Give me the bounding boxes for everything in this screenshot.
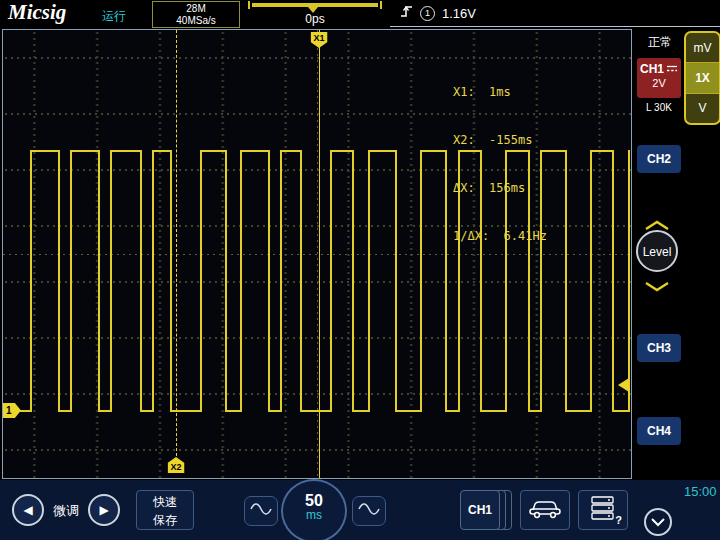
timebase-button[interactable]: 50 ms [281, 479, 347, 540]
channel-select-button[interactable]: CH1 [460, 490, 514, 530]
rising-edge-icon [400, 4, 413, 22]
cursor-readout: X1: 1ms X2: -155ms ΔX: 156ms 1/ΔX: 6.41H… [453, 52, 547, 276]
memory-depth: 28M [186, 3, 205, 15]
expand-menu-button[interactable] [644, 508, 672, 536]
server-stack-icon [590, 495, 616, 525]
right-arrow-icon: ▶ [99, 503, 108, 517]
timebase-unit: ms [283, 509, 345, 522]
level-button[interactable]: Level [636, 230, 678, 272]
oscilloscope-screen: Micsig 运行 28M 40MSa/s 0ps 1 1.16V [0, 0, 720, 540]
level-down-chevron-icon[interactable] [644, 278, 670, 296]
right-sidebar: 正常 CH1 2V L 30K mV 1X V CH2 [634, 28, 720, 480]
question-mark-icon: ? [615, 514, 622, 526]
probe-scale-panel: mV 1X V [684, 31, 720, 125]
ch4-button[interactable]: CH4 [637, 417, 681, 445]
readout-inverse-delta-x: 1/ΔX: 6.41Hz [453, 228, 547, 244]
ch2-button[interactable]: CH2 [637, 145, 681, 173]
quick-save-button[interactable]: 快速 保存 [136, 490, 194, 530]
readout-x1: X1: 1ms [453, 84, 547, 100]
chevron-down-icon [650, 513, 666, 531]
top-bar: Micsig 运行 28M 40MSa/s 0ps 1 1.16V [0, 0, 720, 28]
next-button[interactable]: ▶ [88, 494, 120, 526]
ch3-button[interactable]: CH3 [637, 334, 681, 362]
trigger-level-value: 1.16V [442, 6, 476, 21]
dc-coupling-icon [666, 62, 678, 76]
auto-diagnosis-button[interactable] [520, 490, 570, 530]
trigger-level-arrow-icon[interactable] [617, 378, 630, 396]
micsig-logo: Micsig [8, 0, 66, 25]
car-icon [527, 497, 563, 523]
ch1-bandwidth-label: L 30K [637, 102, 681, 113]
readout-delta-x: ΔX: 156ms [453, 180, 547, 196]
sample-rate: 40MSa/s [176, 15, 215, 27]
storage-menu-button[interactable]: ? [578, 490, 628, 530]
readout-x2: X2: -155ms [453, 132, 547, 148]
sample-rate-box: 28M 40MSa/s [152, 1, 240, 28]
ch1-scale-value: 2V [637, 77, 681, 89]
ch1-button[interactable]: CH1 2V [637, 58, 681, 98]
clock-display: 15:00 [684, 484, 717, 499]
left-arrow-icon: ◀ [23, 503, 32, 517]
ch1-button-label: CH1 [640, 62, 664, 76]
probe-attenuation-button[interactable]: 1X [686, 62, 719, 92]
sine-wave-icon [358, 502, 380, 520]
previous-button[interactable]: ◀ [12, 494, 44, 526]
quick-save-label-top: 快速 [137, 493, 193, 511]
timebase-decrease-button[interactable] [244, 496, 278, 526]
quick-save-label-bottom: 保存 [137, 511, 193, 529]
scope-display: X1: 1ms X2: -155ms ΔX: 156ms 1/ΔX: 6.41H… [2, 29, 632, 479]
run-status: 运行 [102, 8, 126, 25]
bottom-bar: ◀ 微调 ▶ 快速 保存 50 ms [0, 480, 720, 540]
probe-v-button[interactable]: V [686, 93, 719, 123]
trigger-position-value: 0ps [252, 12, 378, 26]
fine-adjust-label: 微调 [44, 502, 88, 520]
cursor-x2-line [176, 30, 177, 456]
trigger-source-icon: 1 [420, 6, 435, 21]
sine-wave-icon [250, 502, 272, 520]
trigger-info[interactable]: 1 1.16V [390, 0, 720, 27]
timebase-value: 50 [283, 493, 345, 509]
probe-mv-button[interactable]: mV [686, 33, 719, 62]
timebase-increase-button[interactable] [352, 496, 386, 526]
trigger-mode-label: 正常 [648, 34, 672, 51]
channel-select-label: CH1 [460, 490, 500, 530]
cursor-x1-line [319, 30, 320, 478]
